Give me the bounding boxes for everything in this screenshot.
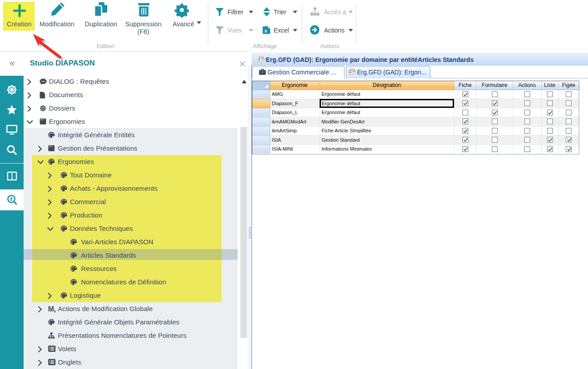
svg-text:x: x (264, 28, 268, 33)
